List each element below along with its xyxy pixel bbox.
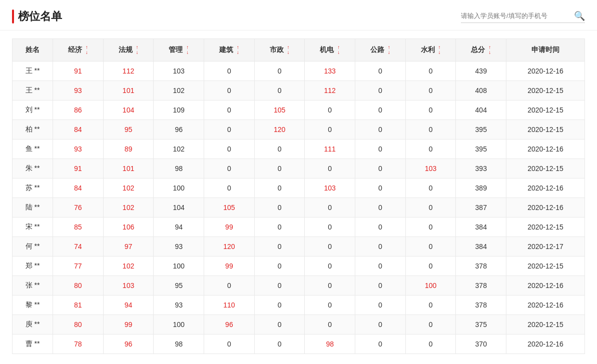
cell-shenqingshijian: 2020-12-16	[506, 296, 585, 315]
col-jingji[interactable]: 经济	[53, 39, 104, 62]
cell-shizheng: 0	[254, 81, 305, 100]
cell-jidian: 0	[305, 159, 355, 178]
cell-jidian: 103	[305, 178, 355, 198]
col-shuili[interactable]: 水利	[405, 39, 456, 62]
col-name: 姓名	[13, 39, 53, 62]
col-fagui[interactable]: 法规	[103, 39, 154, 62]
search-input[interactable]	[461, 12, 571, 20]
cell-jingji: 93	[53, 81, 104, 100]
cell-jianzhu: 0	[204, 334, 255, 354]
cell-shuili: 0	[405, 315, 456, 334]
cell-jidian: 112	[305, 81, 355, 100]
cell-name: 鱼 **	[13, 140, 53, 159]
cell-jianzhu: 120	[204, 237, 255, 256]
cell-zongfen: 384	[456, 218, 506, 237]
cell-shuili: 0	[405, 120, 456, 140]
cell-jianzhu: 110	[204, 296, 255, 315]
cell-shuili: 0	[405, 62, 456, 81]
sort-icon-jianzhu	[237, 45, 239, 55]
col-jidian[interactable]: 机电	[305, 39, 355, 62]
cell-guanli: 95	[154, 276, 204, 296]
cell-shuili: 0	[405, 178, 456, 198]
cell-name: 宋 **	[13, 218, 53, 237]
cell-gonglu: 0	[355, 276, 406, 296]
cell-fagui: 112	[103, 62, 154, 81]
table-row: 郑 **771021009900003782020-12-15	[13, 256, 585, 276]
cell-shuili: 0	[405, 256, 456, 276]
cell-jidian: 98	[305, 334, 355, 354]
table-row: 曹 **7896980098003702020-12-16	[13, 334, 585, 354]
cell-name: 王 **	[13, 62, 53, 81]
cell-shenqingshijian: 2020-12-15	[506, 218, 585, 237]
cell-jidian: 0	[305, 218, 355, 237]
col-shizheng[interactable]: 市政	[254, 39, 305, 62]
cell-zongfen: 378	[456, 256, 506, 276]
cell-shizheng: 0	[254, 256, 305, 276]
cell-gonglu: 0	[355, 120, 406, 140]
cell-jingji: 80	[53, 315, 104, 334]
cell-jianzhu: 0	[204, 81, 255, 100]
cell-shizheng: 0	[254, 159, 305, 178]
cell-name: 张 **	[13, 276, 53, 296]
cell-fagui: 101	[103, 159, 154, 178]
cell-guanli: 104	[154, 198, 204, 218]
cell-gonglu: 0	[355, 315, 406, 334]
cell-shizheng: 0	[254, 296, 305, 315]
col-jianzhu[interactable]: 建筑	[204, 39, 255, 62]
sort-icon-guanli	[186, 45, 189, 55]
cell-gonglu: 0	[355, 237, 406, 256]
cell-jidian: 133	[305, 62, 355, 81]
cell-zongfen: 393	[456, 159, 506, 178]
title-wrap: 榜位名单	[12, 9, 62, 24]
cell-jingji: 85	[53, 218, 104, 237]
cell-jingji: 74	[53, 237, 104, 256]
col-gonglu[interactable]: 公路	[355, 39, 406, 62]
cell-fagui: 103	[103, 276, 154, 296]
col-guanli[interactable]: 管理	[154, 39, 204, 62]
cell-guanli: 109	[154, 100, 204, 120]
cell-zongfen: 378	[456, 276, 506, 296]
cell-jingji: 93	[53, 140, 104, 159]
cell-shenqingshijian: 2020-12-17	[506, 237, 585, 256]
cell-shenqingshijian: 2020-12-15	[506, 120, 585, 140]
col-zongfen[interactable]: 总分	[456, 39, 506, 62]
search-icon[interactable]: 🔍	[574, 10, 585, 22]
cell-shuili: 0	[405, 296, 456, 315]
cell-gonglu: 0	[355, 218, 406, 237]
cell-shenqingshijian: 2020-12-16	[506, 62, 585, 81]
cell-shenqingshijian: 2020-12-16	[506, 140, 585, 159]
cell-jianzhu: 99	[204, 218, 255, 237]
cell-name: 朱 **	[13, 159, 53, 178]
cell-jianzhu: 0	[204, 178, 255, 198]
cell-gonglu: 0	[355, 62, 406, 81]
cell-zongfen: 384	[456, 237, 506, 256]
cell-zongfen: 439	[456, 62, 506, 81]
cell-shuili: 0	[405, 218, 456, 237]
cell-jidian: 0	[305, 276, 355, 296]
cell-fagui: 96	[103, 334, 154, 354]
cell-shenqingshijian: 2020-12-16	[506, 276, 585, 296]
cell-shuili: 0	[405, 81, 456, 100]
table-row: 庾 **80991009600003752020-12-15	[13, 315, 585, 334]
cell-fagui: 102	[103, 198, 154, 218]
cell-zongfen: 378	[456, 296, 506, 315]
cell-jingji: 84	[53, 120, 104, 140]
table-row: 黎 **81949311000003782020-12-16	[13, 296, 585, 315]
table-row: 张 **801039500001003782020-12-16	[13, 276, 585, 296]
cell-jianzhu: 0	[204, 159, 255, 178]
cell-jidian: 0	[305, 120, 355, 140]
cell-name: 陆 **	[13, 198, 53, 218]
cell-zongfen: 395	[456, 120, 506, 140]
sort-icon-shizheng	[287, 45, 290, 55]
cell-name: 郑 **	[13, 256, 53, 276]
cell-guanli: 100	[154, 178, 204, 198]
sort-icon-zongfen	[488, 45, 491, 55]
cell-jidian: 0	[305, 100, 355, 120]
cell-zongfen: 408	[456, 81, 506, 100]
table-row: 陆 **7610210410500003872020-12-16	[13, 198, 585, 218]
cell-guanli: 100	[154, 315, 204, 334]
cell-jidian: 0	[305, 315, 355, 334]
cell-shenqingshijian: 2020-12-15	[506, 315, 585, 334]
cell-jidian: 111	[305, 140, 355, 159]
cell-guanli: 102	[154, 81, 204, 100]
